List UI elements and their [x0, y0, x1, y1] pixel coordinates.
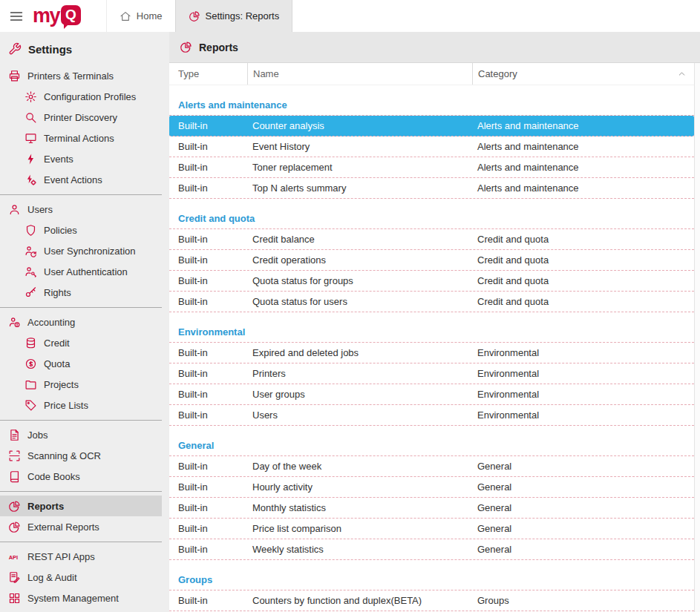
sidebar-item-price-lists[interactable]: Price Lists	[0, 395, 162, 415]
report-category-cell: Groups	[472, 595, 694, 606]
log-icon	[8, 571, 21, 584]
report-name-cell: Monthly statistics	[247, 502, 472, 513]
report-row-counters-by-function-and-duplex-beta[interactable]: Built-in Counters by function and duplex…	[169, 590, 694, 611]
hamburger-menu-icon	[9, 9, 24, 24]
sidebar-item-jobs[interactable]: Jobs	[0, 424, 162, 445]
settings-sidebar: Settings Printers & Terminals Configurat…	[0, 32, 169, 612]
hamburger-menu-button[interactable]	[0, 0, 33, 32]
sidebar-item-quota[interactable]: Quota	[0, 353, 162, 374]
tab-home[interactable]: Home	[106, 0, 175, 32]
top-tabs: Home Settings: Reports	[106, 0, 292, 32]
sidebar-item-label: Users	[27, 204, 53, 215]
user-icon	[8, 203, 21, 216]
sidebar-item-label: Policies	[44, 225, 77, 236]
shield-icon	[24, 224, 37, 237]
report-row-expired-and-deleted-jobs[interactable]: Built-in Expired and deleted jobs Enviro…	[169, 343, 694, 363]
quota-icon	[24, 358, 37, 370]
report-row-quota-status-for-users[interactable]: Built-in Quota status for users Credit a…	[169, 292, 694, 312]
report-type-cell: Built-in	[169, 481, 247, 493]
sidebar-item-label: REST API Apps	[27, 551, 95, 562]
column-header-name[interactable]: Name	[247, 63, 472, 85]
report-name-cell: Top N alerts summary	[247, 182, 472, 194]
main-area: Settings Printers & Terminals Configurat…	[0, 32, 700, 612]
sidebar-item-policies[interactable]: Policies	[0, 220, 162, 240]
report-row-day-of-the-week[interactable]: Built-in Day of the week General	[169, 456, 694, 477]
report-type-cell: Built-in	[169, 120, 247, 131]
report-row-weekly-statistics[interactable]: Built-in Weekly statistics General	[169, 539, 694, 560]
report-row-printers[interactable]: Built-in Printers Environmental	[169, 363, 694, 384]
column-header-category[interactable]: Category	[472, 63, 694, 85]
report-category-cell: Credit and quota	[472, 296, 694, 307]
sidebar-item-scanning-ocr[interactable]: Scanning & OCR	[0, 445, 162, 466]
sidebar-item-terminal-actions[interactable]: Terminal Actions	[0, 128, 162, 148]
sidebar-item-external-reports[interactable]: External Reports	[0, 516, 162, 537]
pie-icon	[8, 521, 21, 533]
report-row-top-n-alerts-summary[interactable]: Built-in Top N alerts summary Alerts and…	[169, 178, 694, 199]
tab-settings-reports[interactable]: Settings: Reports	[175, 0, 293, 32]
report-row-counter-analysis[interactable]: Built-in Counter analysis Alerts and mai…	[169, 116, 694, 136]
content-header: Reports	[169, 32, 700, 63]
grid-icon	[8, 592, 21, 605]
category-group-header: Groups	[169, 572, 694, 590]
vertical-scrollbar[interactable]	[694, 63, 700, 612]
sidebar-item-configuration-profiles[interactable]: Configuration Profiles	[0, 86, 162, 107]
report-type-cell: Built-in	[169, 182, 247, 194]
report-category-cell: Credit and quota	[472, 254, 694, 266]
sidebar-item-users[interactable]: Users	[0, 199, 162, 220]
sidebar-item-credit[interactable]: Credit	[0, 332, 162, 353]
sidebar-item-rest-api-apps[interactable]: REST API Apps	[0, 546, 162, 567]
sidebar-item-label: Terminal Actions	[44, 133, 114, 144]
sidebar-item-rights[interactable]: Rights	[0, 282, 162, 303]
sidebar-item-accounting[interactable]: Accounting	[0, 312, 162, 332]
report-type-cell: Built-in	[169, 502, 247, 513]
sidebar-item-user-authentication[interactable]: User Authentication	[0, 261, 162, 282]
bolt-gear-icon	[24, 174, 37, 186]
sidebar-item-system-management[interactable]: System Management	[0, 588, 162, 608]
report-row-monthly-statistics[interactable]: Built-in Monthly statistics General	[169, 498, 694, 519]
sidebar-group: Accounting Credit Quota Projects Price L…	[0, 307, 162, 420]
report-name-cell: Toner replacement	[247, 162, 472, 173]
gear-icon	[24, 91, 37, 103]
report-type-cell: Built-in	[169, 347, 247, 358]
sidebar-item-log-audit[interactable]: Log & Audit	[0, 567, 162, 588]
sidebar-item-label: Code Books	[27, 471, 80, 482]
folder-icon	[24, 378, 37, 391]
report-name-cell: Users	[247, 409, 472, 421]
report-row-users[interactable]: Built-in Users Environmental	[169, 405, 694, 426]
report-row-toner-replacement[interactable]: Built-in Toner replacement Alerts and ma…	[169, 157, 694, 178]
report-row-hourly-activity[interactable]: Built-in Hourly activity General	[169, 477, 694, 498]
report-type-cell: Built-in	[169, 296, 247, 307]
report-category-cell: Credit and quota	[472, 234, 694, 245]
sidebar-item-event-actions[interactable]: Event Actions	[0, 169, 162, 190]
report-name-cell: Credit operations	[247, 254, 472, 266]
report-category-cell: Credit and quota	[472, 275, 694, 286]
sidebar-item-user-synchronization[interactable]: User Synchronization	[0, 240, 162, 261]
report-category-cell: General	[472, 461, 694, 472]
report-row-credit-operations[interactable]: Built-in Credit operations Credit and qu…	[169, 250, 694, 271]
category-group-rows: Built-in Day of the week General Built-i…	[169, 455, 694, 560]
sidebar-item-reports[interactable]: Reports	[0, 496, 162, 516]
top-bar: my Q Home Settings: Reports	[0, 0, 700, 32]
report-row-price-list-comparison[interactable]: Built-in Price list comparison General	[169, 519, 694, 539]
sidebar-item-printers-terminals[interactable]: Printers & Terminals	[0, 65, 162, 86]
report-type-cell: Built-in	[169, 595, 247, 606]
report-row-quota-status-for-groups[interactable]: Built-in Quota status for groups Credit …	[169, 271, 694, 292]
column-header-type[interactable]: Type	[169, 63, 247, 85]
sidebar-item-code-books[interactable]: Code Books	[0, 466, 162, 487]
monitor-icon	[24, 132, 37, 145]
category-group-rows: Built-in Credit balance Credit and quota…	[169, 228, 694, 312]
report-row-event-history[interactable]: Built-in Event History Alerts and mainte…	[169, 136, 694, 157]
report-name-cell: Credit balance	[247, 234, 472, 245]
report-category-cell: Alerts and maintenance	[472, 182, 694, 194]
report-type-cell: Built-in	[169, 523, 247, 534]
sidebar-item-label: Quota	[44, 358, 70, 369]
table-header-row: Type Name Category	[169, 63, 694, 85]
myq-logo[interactable]: my Q	[33, 0, 96, 32]
sort-ascending-icon[interactable]	[677, 69, 687, 79]
sidebar-item-events[interactable]: Events	[0, 148, 162, 169]
sidebar-item-projects[interactable]: Projects	[0, 374, 162, 395]
sidebar-item-printer-discovery[interactable]: Printer Discovery	[0, 107, 162, 128]
report-row-user-groups[interactable]: Built-in User groups Environmental	[169, 384, 694, 405]
sidebar-item-label: System Management	[27, 593, 119, 604]
report-row-credit-balance[interactable]: Built-in Credit balance Credit and quota	[169, 229, 694, 250]
